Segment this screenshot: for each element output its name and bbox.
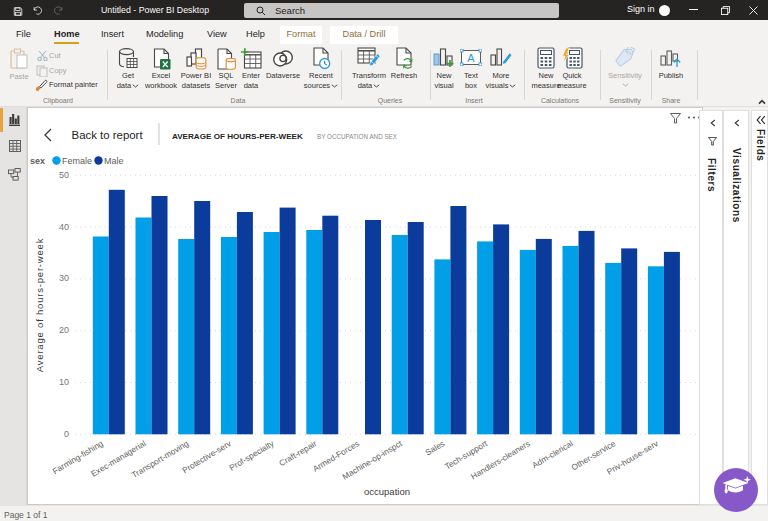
svg-text:Adm-clerical: Adm-clerical: [530, 438, 574, 470]
svg-text:20: 20: [59, 325, 69, 335]
svg-text:Back to report: Back to report: [72, 130, 143, 141]
svg-text:0: 0: [64, 429, 69, 439]
svg-text:Average of hours-per-week: Average of hours-per-week: [34, 238, 45, 372]
svg-text:BY OCCUPATION AND SEX: BY OCCUPATION AND SEX: [317, 132, 398, 141]
svg-text:sex: sex: [30, 156, 45, 166]
svg-text:Prof-specialty: Prof-specialty: [227, 438, 276, 473]
svg-text:Female: Female: [62, 156, 92, 166]
svg-text:10: 10: [59, 377, 69, 387]
svg-text:A: A: [467, 52, 475, 64]
svg-text:40: 40: [59, 222, 69, 232]
svg-text:Male: Male: [104, 156, 124, 166]
svg-text:Sales: Sales: [423, 438, 446, 457]
svg-text:50: 50: [59, 170, 69, 180]
svg-text:30: 30: [59, 273, 69, 283]
svg-text:Protective-serv: Protective-serv: [180, 438, 233, 476]
svg-text:occupation: occupation: [364, 486, 410, 497]
svg-text:AVERAGE OF HOURS-PER-WEEK: AVERAGE OF HOURS-PER-WEEK: [172, 132, 303, 141]
